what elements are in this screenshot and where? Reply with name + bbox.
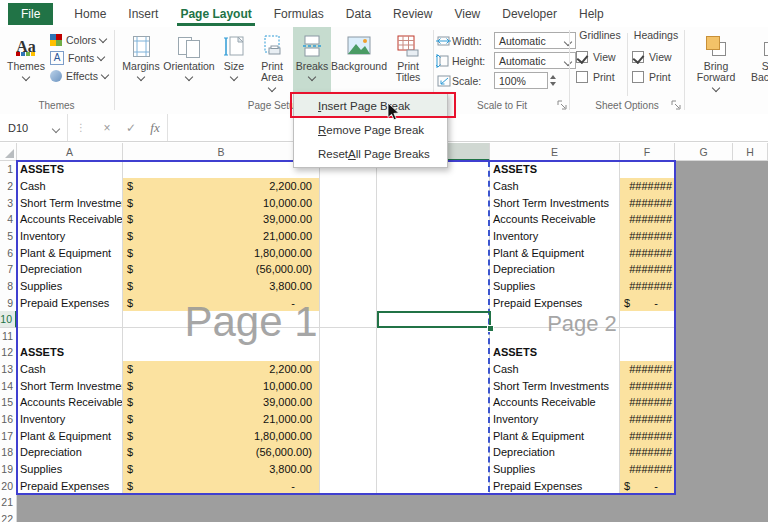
tab-review[interactable]: Review	[382, 0, 443, 27]
cell-F4[interactable]: #######	[620, 211, 675, 229]
menu-item-reset-all-page-breaks[interactable]: Reset All Page Breaks	[294, 142, 447, 166]
cell-F11[interactable]	[620, 328, 675, 346]
scale-to-fit-dialog-launcher[interactable]	[557, 100, 568, 111]
cell-E13[interactable]: Cash	[490, 361, 620, 379]
tab-page-layout[interactable]: Page Layout	[169, 0, 262, 27]
cell-F13[interactable]: #######	[620, 361, 675, 379]
cell-F15[interactable]: #######	[620, 394, 675, 412]
cell-A14[interactable]: Short Term Investments	[17, 377, 123, 395]
row-header-21[interactable]: 21	[0, 494, 17, 512]
cell-C11[interactable]	[320, 328, 377, 346]
tab-file[interactable]: File	[8, 3, 53, 25]
cell-B6[interactable]: $1,80,000.00	[123, 244, 320, 262]
row-header-14[interactable]: 14	[0, 377, 17, 395]
row-header-9[interactable]: 9	[0, 294, 17, 312]
cell-C16[interactable]	[320, 411, 377, 429]
background-button[interactable]: Background	[332, 29, 386, 95]
gridlines-print-checkbox[interactable]: Print	[574, 67, 626, 87]
cell-D5[interactable]	[377, 228, 490, 246]
cell-E19[interactable]: Supplies	[490, 461, 620, 479]
row-header-13[interactable]: 13	[0, 361, 17, 379]
cell-C15[interactable]	[320, 394, 377, 412]
cell-E8[interactable]: Supplies	[490, 278, 620, 296]
cell-E7[interactable]: Depreciation	[490, 261, 620, 279]
cell-A17[interactable]: Plant & Equipment	[17, 427, 123, 445]
cell-B18[interactable]: $(56,000.00)	[123, 444, 320, 462]
row-header-20[interactable]: 20	[0, 477, 17, 495]
cell-B12[interactable]	[123, 344, 320, 362]
column-header-H[interactable]: H	[733, 143, 768, 161]
cell-C5[interactable]	[320, 228, 377, 246]
cell-A11[interactable]	[17, 328, 123, 346]
cell-C4[interactable]	[320, 211, 377, 229]
cell-D16[interactable]	[377, 411, 490, 429]
cell-D8[interactable]	[377, 278, 490, 296]
row-header-11[interactable]: 11	[0, 328, 17, 346]
row-header-4[interactable]: 4	[0, 211, 17, 229]
cell-A3[interactable]: Short Term Investments	[17, 194, 123, 212]
cell-A2[interactable]: Cash	[17, 178, 123, 196]
cell-E12[interactable]: ASSETS	[490, 344, 620, 362]
cell-D4[interactable]	[377, 211, 490, 229]
cell-C3[interactable]	[320, 194, 377, 212]
cell-D6[interactable]	[377, 244, 490, 262]
row-header-1[interactable]: 1	[0, 161, 17, 179]
cell-F19[interactable]: #######	[620, 461, 675, 479]
tab-formulas[interactable]: Formulas	[263, 0, 335, 27]
cell-A13[interactable]: Cash	[17, 361, 123, 379]
row-header-15[interactable]: 15	[0, 394, 17, 412]
cell-E5[interactable]: Inventory	[490, 228, 620, 246]
column-header-A[interactable]: A	[17, 143, 123, 161]
row-header-5[interactable]: 5	[0, 228, 17, 246]
cell-F5[interactable]: #######	[620, 228, 675, 246]
cancel-button[interactable]: ×	[95, 121, 119, 135]
cell-B2[interactable]: $2,200.00	[123, 178, 320, 196]
cell-F7[interactable]: #######	[620, 261, 675, 279]
row-header-19[interactable]: 19	[0, 461, 17, 479]
cell-F18[interactable]: #######	[620, 444, 675, 462]
row-header-18[interactable]: 18	[0, 444, 17, 462]
fonts-button[interactable]: A Fonts	[50, 49, 108, 67]
column-header-E[interactable]: E	[490, 143, 620, 161]
cell-B4[interactable]: $39,000.00	[123, 211, 320, 229]
print-titles-button[interactable]: Print Titles	[387, 29, 429, 95]
cell-D20[interactable]	[377, 477, 490, 495]
column-header-G[interactable]: G	[675, 143, 733, 161]
cell-E3[interactable]: Short Term Investments	[490, 194, 620, 212]
cell-C10[interactable]	[320, 311, 377, 329]
tab-view[interactable]: View	[443, 0, 491, 27]
cell-F6[interactable]: #######	[620, 244, 675, 262]
row-header-12[interactable]: 12	[0, 344, 17, 362]
cell-A12[interactable]: ASSETS	[17, 344, 123, 362]
gridlines-view-checkbox[interactable]: View	[574, 47, 626, 67]
cell-D19[interactable]	[377, 461, 490, 479]
cell-E10[interactable]	[490, 311, 620, 329]
cell-F10[interactable]	[620, 311, 675, 329]
formula-input[interactable]	[167, 114, 768, 141]
cell-F2[interactable]: #######	[620, 178, 675, 196]
headings-print-checkbox[interactable]: Print	[630, 67, 682, 87]
cell-E1[interactable]: ASSETS	[490, 161, 620, 179]
cell-C19[interactable]	[320, 461, 377, 479]
name-box[interactable]: D10	[0, 114, 68, 141]
tab-data[interactable]: Data	[335, 0, 382, 27]
cell-D2[interactable]	[377, 178, 490, 196]
fill-handle[interactable]	[487, 325, 494, 332]
headings-view-checkbox[interactable]: View	[630, 47, 682, 67]
cell-A10[interactable]	[17, 311, 123, 329]
menu-item-insert-page-break[interactable]: Insert Page Break	[294, 94, 447, 118]
cell-A18[interactable]: Depreciation	[17, 444, 123, 462]
column-header-F[interactable]: F	[620, 143, 675, 161]
enter-button[interactable]: ✓	[119, 121, 143, 135]
size-button[interactable]: Size	[216, 29, 252, 95]
cell-A16[interactable]: Inventory	[17, 411, 123, 429]
cell-A8[interactable]: Supplies	[17, 278, 123, 296]
cell-B11[interactable]	[123, 328, 320, 346]
cell-D13[interactable]	[377, 361, 490, 379]
cell-C12[interactable]	[320, 344, 377, 362]
cell-D15[interactable]	[377, 394, 490, 412]
cell-B20[interactable]: $-	[123, 477, 320, 495]
cell-D9[interactable]	[377, 294, 490, 312]
cell-A20[interactable]: Prepaid Expenses	[17, 477, 123, 495]
tab-home[interactable]: Home	[63, 0, 117, 27]
